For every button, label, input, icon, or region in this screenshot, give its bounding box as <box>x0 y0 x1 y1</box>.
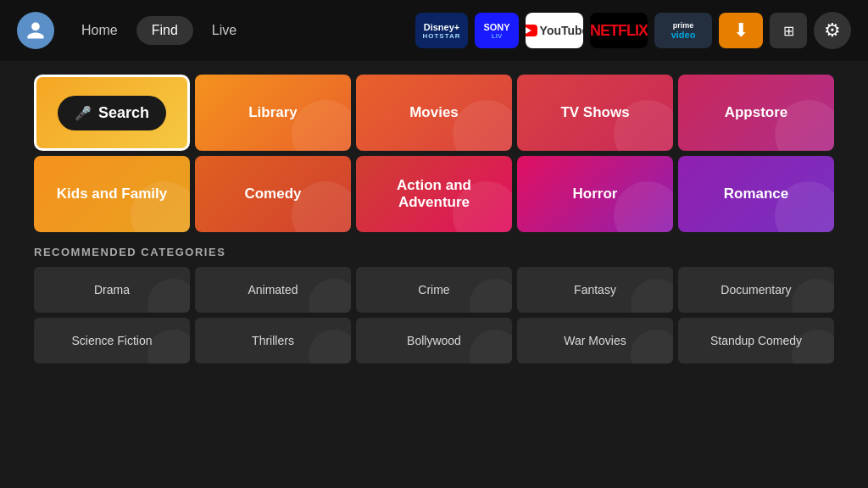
downloader-icon[interactable]: ⬇ <box>719 13 763 48</box>
sony-liv-icon[interactable]: SONY LIV <box>475 13 519 48</box>
main-grid-row1: 🎤 Search Library Movies TV Shows Appstor… <box>34 75 834 151</box>
rec-cell-science-fiction[interactable]: Science Fiction <box>34 318 190 363</box>
header: Home Find Live Disney+ HOTSTAR SONY LIV … <box>0 0 868 61</box>
action-adventure-cell[interactable]: Action and Adventure <box>356 156 512 232</box>
nav-find[interactable]: Find <box>136 16 193 45</box>
romance-cell[interactable]: Romance <box>678 156 834 232</box>
avatar[interactable] <box>17 12 54 49</box>
kids-family-cell[interactable]: Kids and Family <box>34 156 190 232</box>
app-icons: Disney+ HOTSTAR SONY LIV YouTube NETFLIX… <box>415 12 851 49</box>
multiview-icon[interactable]: ⊞ <box>770 13 807 48</box>
appstore-cell[interactable]: Appstore <box>678 75 834 151</box>
prime-video-icon[interactable]: prime video <box>654 13 712 48</box>
library-cell[interactable]: Library <box>195 75 351 151</box>
rec-cell-drama[interactable]: Drama <box>34 267 190 313</box>
comedy-cell[interactable]: Comedy <box>195 156 351 232</box>
youtube-icon[interactable]: YouTube <box>526 13 583 48</box>
tvshows-cell[interactable]: TV Shows <box>517 75 673 151</box>
rec-cell-crime[interactable]: Crime <box>356 267 512 313</box>
netflix-icon[interactable]: NETFLIX <box>590 13 648 48</box>
rec-cell-war-movies[interactable]: War Movies <box>517 318 673 363</box>
settings-button[interactable]: ⚙ <box>814 12 851 49</box>
recommended-title: RECOMMENDED CATEGORIES <box>34 246 834 258</box>
recommended-section: RECOMMENDED CATEGORIES DramaAnimatedCrim… <box>34 246 834 363</box>
nav-home[interactable]: Home <box>66 16 133 45</box>
rec-cell-thrillers[interactable]: Thrillers <box>195 318 351 363</box>
recommended-grid: DramaAnimatedCrimeFantasyDocumentaryScie… <box>34 267 834 363</box>
rec-cell-documentary[interactable]: Documentary <box>678 267 834 313</box>
rec-cell-bollywood[interactable]: Bollywood <box>356 318 512 363</box>
horror-cell[interactable]: Horror <box>517 156 673 232</box>
disney-hotstar-icon[interactable]: Disney+ HOTSTAR <box>415 13 468 48</box>
main-content: 🎤 Search Library Movies TV Shows Appstor… <box>0 61 868 377</box>
rec-cell-fantasy[interactable]: Fantasy <box>517 267 673 313</box>
nav-links: Home Find Live <box>66 16 252 45</box>
main-grid-row2: Kids and Family Comedy Action and Advent… <box>34 156 834 232</box>
gear-icon: ⚙ <box>824 19 841 42</box>
search-label: Search <box>98 104 149 122</box>
search-cell[interactable]: 🎤 Search <box>34 75 190 151</box>
nav-live[interactable]: Live <box>197 16 252 45</box>
rec-cell-animated[interactable]: Animated <box>195 267 351 313</box>
mic-icon: 🎤 <box>75 105 92 121</box>
rec-cell-standup-comedy[interactable]: Standup Comedy <box>678 318 834 363</box>
movies-cell[interactable]: Movies <box>356 75 512 151</box>
